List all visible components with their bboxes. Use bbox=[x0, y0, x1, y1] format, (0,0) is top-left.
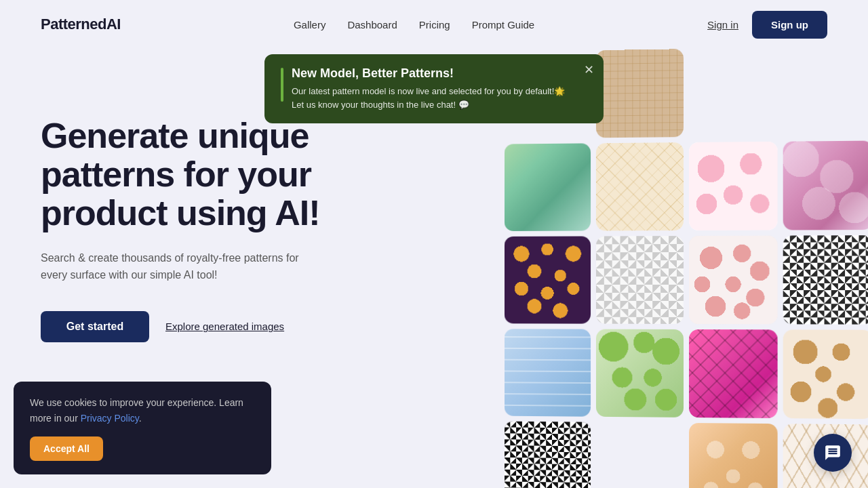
accept-all-button[interactable]: Accept All bbox=[30, 436, 103, 461]
pattern-cell-15 bbox=[689, 423, 778, 488]
sign-up-button[interactable]: Sign up bbox=[752, 11, 827, 39]
cookie-text-after: . bbox=[139, 413, 142, 424]
nav-dashboard[interactable]: Dashboard bbox=[347, 19, 397, 30]
cookie-text: We use cookies to improve your experienc… bbox=[30, 395, 255, 426]
pattern-cell-1 bbox=[505, 143, 591, 231]
nav-actions: Sign in Sign up bbox=[707, 11, 827, 39]
cookie-banner: We use cookies to improve your experienc… bbox=[14, 382, 271, 474]
pattern-cell-14 bbox=[596, 329, 684, 418]
explore-link-text: Explore generated images bbox=[165, 321, 284, 332]
chat-button[interactable] bbox=[814, 434, 852, 472]
hero-subtitle: Search & create thousands of royalty-fre… bbox=[41, 249, 312, 284]
explore-link[interactable]: Explore generated images bbox=[165, 321, 284, 332]
pattern-cell-12 bbox=[783, 329, 868, 419]
navbar: PatternedAI Gallery Dashboard Pricing Pr… bbox=[0, 0, 868, 49]
brand-logo[interactable]: PatternedAI bbox=[41, 16, 121, 33]
notification-title: New Model, Better Patterns! bbox=[292, 66, 565, 81]
pattern-cell-5 bbox=[505, 236, 591, 323]
pattern-cell-3 bbox=[689, 142, 778, 230]
pattern-cell-9 bbox=[505, 329, 591, 417]
notification-close-button[interactable]: ✕ bbox=[584, 62, 594, 77]
notification-banner: New Model, Better Patterns! Our latest p… bbox=[264, 54, 604, 123]
pattern-cell-2 bbox=[596, 49, 684, 138]
notification-content: New Model, Better Patterns! Our latest p… bbox=[292, 66, 565, 111]
pattern-cell-7 bbox=[689, 236, 778, 325]
pattern-cell-10 bbox=[596, 236, 684, 324]
pattern-cell-6 bbox=[596, 142, 684, 230]
nav-gallery[interactable]: Gallery bbox=[294, 19, 326, 30]
nav-links: Gallery Dashboard Pricing Prompt Guide bbox=[294, 19, 534, 30]
hero-title: Generate unique patterns for your produc… bbox=[41, 117, 420, 233]
sign-in-link[interactable]: Sign in bbox=[707, 19, 738, 30]
nav-prompt-guide[interactable]: Prompt Guide bbox=[472, 19, 535, 30]
privacy-policy-link[interactable]: Privacy Policy bbox=[81, 413, 139, 424]
get-started-button[interactable]: Get started bbox=[41, 311, 149, 342]
notification-body: Our latest pattern model is now live and… bbox=[292, 85, 565, 111]
chat-bubble-icon bbox=[824, 444, 842, 462]
pattern-cell-13 bbox=[505, 422, 591, 488]
notification-accent-bar bbox=[281, 68, 283, 102]
hero-actions: Get started Explore generated images bbox=[41, 311, 420, 342]
notification-body-line2: Let us know your thoughts in the live ch… bbox=[292, 100, 469, 110]
pattern-cell-11 bbox=[689, 329, 778, 418]
notification-body-line1: Our latest pattern model is now live and… bbox=[292, 86, 565, 96]
pattern-cell-8 bbox=[783, 235, 868, 325]
pattern-cell-4 bbox=[783, 141, 868, 230]
nav-pricing[interactable]: Pricing bbox=[419, 19, 450, 30]
